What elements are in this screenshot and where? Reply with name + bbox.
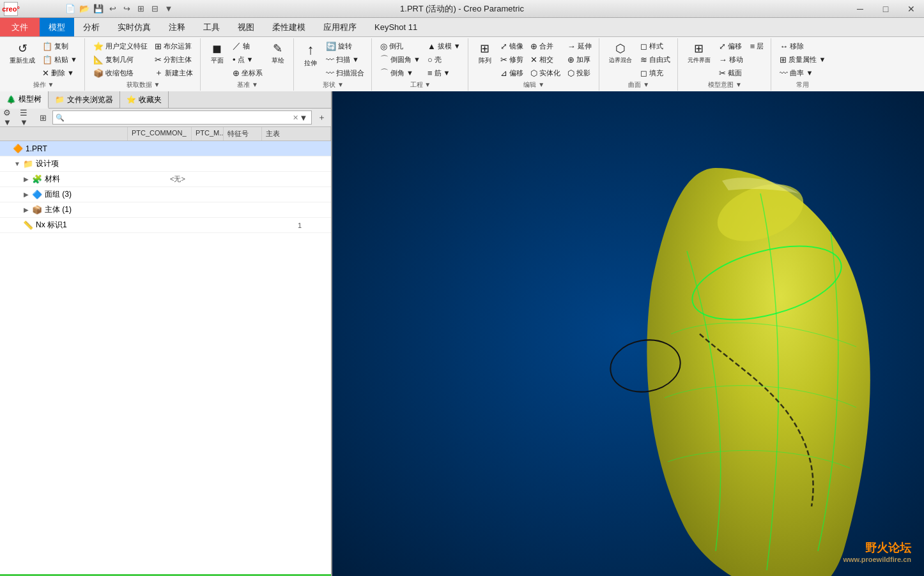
menu-file[interactable]: 文件 bbox=[0, 18, 40, 36]
quilt-icon: 🔷 bbox=[32, 190, 42, 199]
regen-button[interactable]: ⊞ bbox=[134, 3, 147, 15]
tree-row[interactable]: ▶ 🧩 材料 <无> bbox=[0, 172, 331, 187]
shrink-wrap-button[interactable]: 📦收缩包络 bbox=[90, 66, 151, 79]
redo-button[interactable]: ↪ bbox=[120, 3, 133, 15]
close-button[interactable]: ✕ bbox=[898, 0, 924, 18]
extrude-button[interactable]: ↑ 拉伸 bbox=[299, 40, 322, 70]
group-label-eng: 工程 ▼ bbox=[410, 80, 431, 89]
boolean-button[interactable]: ⊞布尔运算 bbox=[151, 40, 196, 52]
comp-interface-button[interactable]: ⊞ 元件界面 bbox=[683, 40, 715, 66]
sweep-button[interactable]: 〰扫描 ▼ bbox=[323, 53, 367, 66]
boundary-blend-button[interactable]: ⬡ 边界混合 bbox=[604, 40, 636, 66]
expand-arrow[interactable]: ▶ bbox=[22, 206, 31, 213]
tree-cell-feat bbox=[294, 141, 331, 156]
move-button[interactable]: →移动 bbox=[716, 53, 746, 66]
tab-favorites[interactable]: ⭐ 收藏夹 bbox=[120, 91, 169, 108]
sweep-blend-button[interactable]: 〰扫描混合 bbox=[323, 66, 367, 79]
rib-button[interactable]: ≡筋 ▼ bbox=[424, 66, 464, 79]
thicken-button[interactable]: ⊕加厚 bbox=[564, 53, 595, 66]
tree-row[interactable]: 📏 Nx 标识1 1 bbox=[0, 218, 331, 233]
tree-row[interactable]: ▼ 📁 设计项 bbox=[0, 156, 331, 172]
more-button[interactable]: ▼ bbox=[162, 3, 175, 15]
search-options-button[interactable]: ▼ bbox=[298, 110, 309, 125]
tree-columns-button[interactable]: ☰ ▼ bbox=[19, 110, 33, 125]
sketch-button[interactable]: ✎ 草绘 bbox=[266, 40, 289, 67]
mass-props-button[interactable]: ⊞质量属性 ▼ bbox=[776, 53, 829, 66]
menu-annotation[interactable]: 注释 bbox=[160, 18, 194, 36]
tree-row[interactable]: ▶ 🔷 面组 (3) bbox=[0, 187, 331, 202]
tree-item-label: 设计项 bbox=[36, 158, 59, 169]
chamfer-button[interactable]: ⌒倒角 ▼ bbox=[377, 66, 424, 79]
search-icon: 🔍 bbox=[56, 114, 65, 122]
axis-button[interactable]: ／轴 bbox=[229, 40, 266, 52]
viewport[interactable]: 🔍 ➕ ➖ ⬜ ⬛ ◯ □ △ ⊕ ⊞ ✕ ⊿ ≡ ⬡ ◎ ⊕ ⊕ ⊕ ◻ ⊕ … bbox=[332, 91, 924, 576]
round-button[interactable]: ⌒倒圆角 ▼ bbox=[377, 53, 424, 66]
style-button[interactable]: ◻样式 bbox=[637, 40, 674, 52]
menu-flexible[interactable]: 柔性建模 bbox=[263, 18, 314, 36]
layer-button[interactable]: ≡层 bbox=[747, 40, 767, 52]
tree-row[interactable]: 🔶 1.PRT bbox=[0, 141, 331, 156]
copy-button[interactable]: 📋复制 bbox=[39, 40, 81, 52]
menu-analysis[interactable]: 分析 bbox=[74, 18, 109, 36]
copy-geom-button[interactable]: 📐复制几何 bbox=[90, 53, 151, 66]
tree-search-input[interactable] bbox=[65, 114, 293, 121]
minimize-button[interactable]: ─ bbox=[847, 0, 873, 18]
menu-simulation[interactable]: 实时仿真 bbox=[109, 18, 160, 36]
menu-view[interactable]: 视图 bbox=[229, 18, 263, 36]
tree-cell-val bbox=[166, 187, 230, 202]
merge-button[interactable]: ⊕合并 bbox=[527, 40, 564, 52]
menu-keyshot[interactable]: KeyShot 11 bbox=[366, 18, 426, 36]
solidify-button[interactable]: ⬡实体化 bbox=[527, 66, 564, 79]
delete-button[interactable]: ✕删除 ▼ bbox=[39, 66, 81, 79]
save-button[interactable]: 💾 bbox=[92, 3, 105, 15]
add-filter-button[interactable]: ＋ bbox=[314, 110, 328, 125]
trim-button[interactable]: ✂修剪 bbox=[497, 53, 527, 66]
project-button[interactable]: ⬡投影 bbox=[564, 66, 595, 79]
custom-button[interactable]: ⊟ bbox=[148, 3, 161, 15]
expand-arrow[interactable]: ▶ bbox=[22, 176, 31, 183]
paste-button[interactable]: 📋粘贴 ▼ bbox=[39, 53, 81, 66]
revolve-button[interactable]: 🔄旋转 bbox=[323, 40, 367, 52]
csys-button[interactable]: ⊕坐标系 bbox=[229, 66, 266, 79]
maximize-button[interactable]: □ bbox=[873, 0, 898, 18]
tree-filter-button[interactable]: ⊞ bbox=[36, 110, 50, 125]
menu-model[interactable]: 模型 bbox=[40, 18, 74, 36]
split-button[interactable]: ✂分割主体 bbox=[151, 53, 196, 66]
menu-apps[interactable]: 应用程序 bbox=[314, 18, 366, 36]
new-button[interactable]: 📄 bbox=[64, 3, 77, 15]
curvature-button[interactable]: 〰曲率 ▼ bbox=[776, 66, 829, 79]
ribbon-group-edit: ⊞ 阵列 ⤢镜像 ✂修剪 ⊿偏移 ⊕合并 ✕相交 ⬡实体化 →延伸 ⊕加厚 ⬡投… bbox=[470, 38, 599, 91]
tree-settings-button[interactable]: ⚙ ▼ bbox=[3, 110, 17, 125]
hole-button[interactable]: ◎倒孔 bbox=[377, 40, 424, 52]
favorites-icon: ⭐ bbox=[127, 95, 136, 104]
extrude-icon: ↑ bbox=[307, 42, 314, 58]
extend-button[interactable]: →延伸 bbox=[564, 40, 595, 52]
draft-button[interactable]: ▲拔模 ▼ bbox=[424, 40, 464, 52]
shell-button[interactable]: ○壳 bbox=[424, 53, 464, 66]
tree-toolbar: ⚙ ▼ ☰ ▼ ⊞ 🔍 ✕ ▼ ＋ bbox=[0, 109, 331, 127]
freestyle-button[interactable]: ≋自由式 bbox=[637, 53, 674, 66]
fill-button[interactable]: ◻填充 bbox=[637, 66, 674, 79]
tree-row[interactable]: ▶ 📦 主体 (1) bbox=[0, 202, 331, 218]
section-button[interactable]: ✂截面 bbox=[716, 66, 746, 79]
remove-button[interactable]: ↔移除 bbox=[776, 40, 829, 52]
tree-search-box[interactable]: 🔍 ✕ ▼ bbox=[52, 110, 312, 125]
user-feature-button[interactable]: ⭐用户定义特征 bbox=[90, 40, 151, 52]
pattern-button[interactable]: ⊞ 阵列 bbox=[474, 40, 497, 67]
tab-model-tree[interactable]: 🌲 模型树 bbox=[0, 91, 49, 109]
menu-tools[interactable]: 工具 bbox=[194, 18, 229, 36]
intersect-button[interactable]: ✕相交 bbox=[527, 53, 564, 66]
tab-file-browser[interactable]: 📁 文件夹浏览器 bbox=[49, 91, 120, 108]
new-body-button[interactable]: ＋新建主体 bbox=[151, 66, 196, 79]
expand-arrow[interactable]: ▼ bbox=[13, 160, 22, 167]
point-button[interactable]: •点 ▼ bbox=[229, 53, 266, 66]
mirror-button[interactable]: ⤢镜像 bbox=[497, 40, 527, 52]
open-button[interactable]: 📂 bbox=[78, 3, 91, 15]
clear-search-icon[interactable]: ✕ bbox=[293, 114, 298, 122]
plane-button[interactable]: ◼ 平面 bbox=[206, 40, 229, 67]
offset-button[interactable]: ⊿偏移 bbox=[497, 66, 527, 79]
undo-button[interactable]: ↩ bbox=[106, 3, 119, 15]
regenerate-button[interactable]: ↺ 重新生成 bbox=[6, 40, 38, 67]
offset2-button[interactable]: ⤢偏移 bbox=[716, 40, 746, 52]
expand-arrow[interactable]: ▶ bbox=[22, 191, 31, 198]
